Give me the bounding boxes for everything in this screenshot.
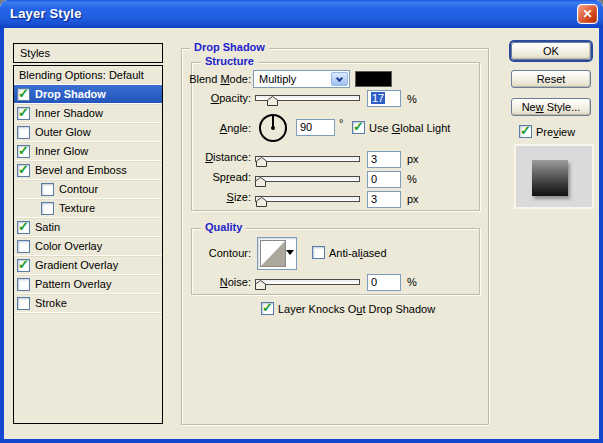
- styles-item-pattern-overlay[interactable]: Pattern Overlay: [14, 275, 162, 294]
- use-global-light-checkbox[interactable]: ✓: [352, 121, 365, 134]
- new-style-button[interactable]: New Style...: [511, 98, 591, 116]
- check-icon: ✓: [262, 301, 273, 315]
- structure-group-label: Structure: [201, 55, 258, 67]
- distance-label: Distance:: [170, 151, 251, 163]
- contour-picker-label: Contour:: [170, 247, 251, 259]
- spread-label: Spread:: [170, 171, 251, 183]
- blend-mode-dropdown-button[interactable]: [331, 72, 348, 86]
- reset-button[interactable]: Reset: [511, 70, 591, 88]
- size-slider-track[interactable]: [255, 196, 360, 202]
- outer-glow-checkbox[interactable]: [17, 126, 30, 139]
- size-unit: px: [407, 193, 419, 205]
- spread-input[interactable]: 0: [367, 171, 401, 188]
- linear-contour-icon: [261, 241, 285, 266]
- chevron-down-icon: [286, 250, 294, 255]
- preview-checkbox[interactable]: ✓: [519, 125, 532, 138]
- anti-aliased-checkbox[interactable]: [312, 246, 325, 259]
- contour-checkbox[interactable]: [41, 183, 54, 196]
- contour-picker[interactable]: [257, 237, 297, 270]
- noise-slider-track[interactable]: [255, 279, 360, 285]
- drop-shadow-group-label: Drop Shadow: [190, 41, 269, 53]
- blend-mode-label: Blend Mode:: [170, 73, 251, 85]
- angle-input[interactable]: 90: [296, 119, 335, 136]
- bevel-emboss-checkbox[interactable]: ✓: [17, 164, 30, 177]
- check-icon: ✓: [18, 106, 29, 120]
- check-icon: ✓: [353, 120, 364, 134]
- anti-aliased-label: Anti-aliased: [329, 247, 387, 259]
- gradient-overlay-checkbox[interactable]: ✓: [17, 259, 30, 272]
- styles-item-texture[interactable]: Texture: [14, 199, 162, 218]
- check-icon: ✓: [18, 163, 29, 177]
- distance-slider-thumb[interactable]: [256, 157, 267, 167]
- styles-item-contour[interactable]: Contour: [14, 180, 162, 199]
- check-icon: ✓: [520, 124, 531, 138]
- styles-item-satin[interactable]: ✓ Satin: [14, 218, 162, 237]
- window-border-left: [0, 28, 4, 439]
- distance-slider-track[interactable]: [255, 156, 360, 162]
- window-title: Layer Style: [10, 6, 82, 21]
- spread-unit: %: [407, 173, 417, 185]
- size-input[interactable]: 3: [367, 191, 401, 208]
- styles-item-bevel-and-emboss[interactable]: ✓ Bevel and Emboss: [14, 161, 162, 180]
- check-icon: ✓: [18, 144, 29, 158]
- noise-label: Noise:: [170, 276, 251, 288]
- opacity-label: Opacity:: [170, 92, 251, 104]
- close-icon: ✕: [582, 7, 592, 21]
- titlebar[interactable]: Layer Style ✕: [0, 0, 603, 28]
- check-icon: ✓: [18, 87, 29, 101]
- chevron-down-icon: [336, 75, 343, 82]
- layer-knocks-out-checkbox[interactable]: ✓: [261, 302, 274, 315]
- size-label: Size:: [170, 191, 251, 203]
- ok-button[interactable]: OK: [511, 42, 591, 60]
- stroke-checkbox[interactable]: [17, 297, 30, 310]
- distance-input[interactable]: 3: [367, 151, 401, 168]
- window-border-right: [599, 28, 603, 439]
- preview-label: Preview: [536, 126, 575, 138]
- styles-item-inner-glow[interactable]: ✓ Inner Glow: [14, 142, 162, 161]
- size-slider-thumb[interactable]: [256, 197, 267, 207]
- satin-checkbox[interactable]: ✓: [17, 221, 30, 234]
- inner-glow-checkbox[interactable]: ✓: [17, 145, 30, 158]
- texture-checkbox[interactable]: [41, 202, 54, 215]
- check-icon: ✓: [18, 258, 29, 272]
- noise-input[interactable]: 0: [367, 274, 401, 291]
- drop-shadow-checkbox[interactable]: ✓: [17, 88, 30, 101]
- angle-label: Angle:: [170, 122, 251, 134]
- spread-slider-track[interactable]: [255, 176, 360, 182]
- styles-list: Blending Options: Default ✓ Drop Shadow …: [13, 65, 163, 424]
- styles-item-drop-shadow[interactable]: ✓ Drop Shadow: [14, 85, 162, 104]
- noise-unit: %: [407, 276, 417, 288]
- blend-mode-value: Multiply: [259, 73, 296, 85]
- styles-panel-header: Styles: [13, 43, 163, 63]
- spread-slider-thumb[interactable]: [255, 177, 266, 187]
- styles-item-color-overlay[interactable]: Color Overlay: [14, 237, 162, 256]
- opacity-input[interactable]: 17: [367, 90, 401, 107]
- styles-item-outer-glow[interactable]: Outer Glow: [14, 123, 162, 142]
- close-button[interactable]: ✕: [577, 4, 598, 24]
- noise-slider-thumb[interactable]: [255, 280, 266, 290]
- style-preview: [516, 146, 592, 207]
- quality-group-label: Quality: [201, 221, 246, 233]
- inner-shadow-checkbox[interactable]: ✓: [17, 107, 30, 120]
- contour-thumbnail: [260, 240, 286, 267]
- layer-style-dialog: Layer Style ✕ Styles Blending Options: D…: [0, 0, 603, 443]
- shadow-color-swatch[interactable]: [355, 71, 392, 87]
- opacity-unit: %: [407, 93, 417, 105]
- styles-item-blending-options[interactable]: Blending Options: Default: [14, 66, 162, 85]
- angle-dial[interactable]: [259, 114, 287, 142]
- styles-item-inner-shadow[interactable]: ✓ Inner Shadow: [14, 104, 162, 123]
- window-border-bottom: [0, 439, 603, 443]
- opacity-slider-thumb[interactable]: [267, 96, 278, 106]
- styles-item-gradient-overlay[interactable]: ✓ Gradient Overlay: [14, 256, 162, 275]
- style-preview-swatch: [532, 160, 568, 196]
- pattern-overlay-checkbox[interactable]: [17, 278, 30, 291]
- styles-item-stroke[interactable]: Stroke: [14, 294, 162, 313]
- use-global-light-label: Use Global Light: [369, 122, 450, 134]
- layer-knocks-out-label: Layer Knocks Out Drop Shadow: [278, 303, 435, 315]
- check-icon: ✓: [18, 220, 29, 234]
- angle-unit: °: [339, 117, 343, 129]
- distance-unit: px: [407, 153, 419, 165]
- color-overlay-checkbox[interactable]: [17, 240, 30, 253]
- angle-hub: [271, 126, 275, 130]
- blend-mode-select[interactable]: Multiply: [253, 70, 350, 88]
